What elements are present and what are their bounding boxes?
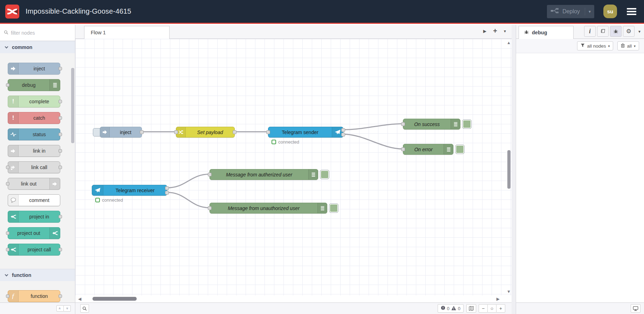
palette-node-link-call[interactable]: link call bbox=[8, 161, 60, 173]
scroll-right-icon[interactable]: ▶ bbox=[496, 296, 500, 301]
flow-node-on-error[interactable]: On error bbox=[403, 144, 453, 155]
wire[interactable] bbox=[343, 134, 403, 149]
output-port-authorized[interactable] bbox=[165, 186, 169, 190]
output-port[interactable] bbox=[233, 130, 237, 134]
output-port-error[interactable] bbox=[341, 133, 345, 137]
flow-node-message-unauthorized[interactable]: Message from unauthorized user bbox=[210, 203, 327, 214]
palette-node-status[interactable]: status bbox=[8, 128, 60, 140]
tab-scroll-right-icon[interactable]: ▶ bbox=[483, 29, 486, 34]
scrollbar-thumb[interactable] bbox=[71, 68, 74, 143]
flow-node-telegram-receiver[interactable]: Telegram receiver bbox=[92, 185, 167, 196]
wire[interactable] bbox=[167, 174, 210, 188]
link-call-icon bbox=[8, 162, 19, 173]
palette-node-link-in[interactable]: link in bbox=[8, 145, 60, 157]
navigator-map-button[interactable] bbox=[466, 304, 476, 313]
collapse-all-button[interactable]: « bbox=[56, 305, 64, 312]
trash-icon bbox=[621, 43, 625, 49]
scroll-left-icon[interactable]: ◀ bbox=[78, 296, 81, 301]
palette-node-label: link call bbox=[19, 162, 60, 173]
debug-enable-toggle[interactable] bbox=[329, 203, 338, 213]
wire[interactable] bbox=[167, 193, 210, 208]
deploy-button[interactable]: Deploy ▾ bbox=[547, 5, 594, 18]
palette-node-catch[interactable]: ! catch bbox=[8, 112, 60, 124]
expand-all-button[interactable]: « bbox=[63, 305, 71, 312]
horizontal-scrollbar[interactable]: ◀ ▶ bbox=[75, 295, 512, 302]
node-status: connected bbox=[95, 197, 123, 203]
palette-node-project-call[interactable]: project call bbox=[8, 244, 60, 256]
node-label: Telegram receiver bbox=[103, 185, 167, 195]
zoom-in-button[interactable]: + bbox=[496, 304, 505, 313]
error-count: 0 bbox=[447, 306, 450, 311]
palette-node-function[interactable]: ƒ function bbox=[8, 290, 60, 302]
input-port[interactable] bbox=[208, 173, 212, 176]
node-label: On error bbox=[403, 144, 444, 154]
output-port bbox=[59, 149, 62, 153]
palette-node-label: inject bbox=[19, 63, 60, 74]
telegram-plane-icon bbox=[92, 185, 103, 195]
sidebar-options-chevron-icon[interactable]: ▾ bbox=[638, 29, 640, 34]
node-status: connected bbox=[272, 139, 299, 145]
vertical-scrollbar-thumb[interactable] bbox=[507, 150, 511, 189]
input-port bbox=[6, 83, 9, 87]
output-port-success[interactable] bbox=[341, 128, 345, 132]
sidebar-panel: debug i bbox=[516, 25, 644, 314]
wire-layer bbox=[75, 39, 512, 295]
palette-node-project-out[interactable]: project out bbox=[8, 227, 60, 239]
debug-enable-toggle[interactable] bbox=[320, 170, 329, 179]
scroll-down-icon[interactable]: ▼ bbox=[507, 289, 511, 294]
workspace: Flow 1 ▶ + ▾ bbox=[75, 25, 512, 314]
flow-list-chevron-icon[interactable]: ▾ bbox=[504, 29, 506, 34]
palette-node-inject[interactable]: inject bbox=[8, 63, 60, 75]
output-port bbox=[59, 215, 62, 218]
palette-scrollbar[interactable] bbox=[71, 68, 74, 278]
node-red-glyph-icon bbox=[8, 211, 19, 222]
help-tab-button[interactable] bbox=[597, 26, 609, 37]
wire[interactable] bbox=[343, 124, 403, 130]
panel-splitter[interactable] bbox=[512, 25, 516, 314]
flow-node-set-payload[interactable]: Set payload bbox=[176, 127, 235, 138]
debug-enable-toggle[interactable] bbox=[462, 119, 472, 129]
output-port-unauthorized[interactable] bbox=[165, 191, 169, 195]
input-port[interactable] bbox=[174, 130, 178, 134]
tab-flow-1[interactable]: Flow 1 bbox=[84, 26, 170, 39]
flow-node-inject[interactable]: inject bbox=[100, 127, 142, 138]
horizontal-scrollbar-thumb[interactable] bbox=[93, 297, 137, 301]
input-port[interactable] bbox=[401, 147, 405, 151]
debug-enable-toggle[interactable] bbox=[455, 145, 465, 154]
debug-clear-button[interactable]: all ▾ bbox=[617, 41, 639, 50]
debug-filter-button[interactable]: all nodes ▾ bbox=[577, 41, 613, 50]
input-port[interactable] bbox=[208, 206, 212, 210]
category-common[interactable]: common bbox=[0, 41, 75, 53]
tab-debug[interactable]: debug bbox=[519, 26, 574, 39]
palette-node-link-out[interactable]: link out bbox=[8, 178, 60, 190]
palette-node-complete[interactable]: ! complete bbox=[8, 96, 60, 107]
palette-node-comment[interactable]: comment bbox=[8, 194, 60, 206]
deploy-options-chevron-icon[interactable]: ▾ bbox=[589, 9, 591, 14]
input-port[interactable] bbox=[266, 130, 270, 134]
flow-canvas[interactable]: inject Set payload bbox=[75, 39, 512, 295]
zoom-out-button[interactable]: − bbox=[479, 304, 488, 313]
flow-node-on-success[interactable]: On success bbox=[403, 119, 460, 130]
chevron-down-icon: ▾ bbox=[608, 44, 610, 48]
input-port[interactable] bbox=[401, 122, 405, 126]
flow-node-message-authorized[interactable]: Message from autherized user bbox=[210, 169, 318, 180]
canvas-search-button[interactable] bbox=[80, 304, 89, 313]
palette-node-label: catch bbox=[19, 112, 60, 124]
flow-node-telegram-sender[interactable]: Telegram sender bbox=[268, 127, 343, 138]
main-menu-button[interactable] bbox=[626, 7, 637, 16]
user-avatar[interactable]: su bbox=[603, 5, 617, 18]
notification-badges[interactable]: 0 0 bbox=[438, 304, 464, 313]
debug-tab-button[interactable] bbox=[610, 26, 622, 37]
palette-node-project-in[interactable]: project in bbox=[8, 211, 60, 223]
open-window-button[interactable] bbox=[631, 304, 640, 313]
link-arrow-icon bbox=[8, 145, 19, 156]
add-flow-button[interactable]: + bbox=[493, 27, 497, 35]
config-nodes-tab-button[interactable]: ⚙ bbox=[623, 26, 635, 37]
scroll-up-icon[interactable]: ▲ bbox=[507, 40, 511, 45]
category-function[interactable]: function bbox=[0, 269, 75, 281]
output-port[interactable] bbox=[140, 130, 144, 134]
palette-filter-input[interactable] bbox=[11, 30, 63, 36]
info-tab-button[interactable]: i bbox=[584, 26, 596, 37]
palette-node-debug[interactable]: debug bbox=[8, 79, 60, 91]
zoom-reset-button[interactable]: ○ bbox=[487, 304, 496, 313]
